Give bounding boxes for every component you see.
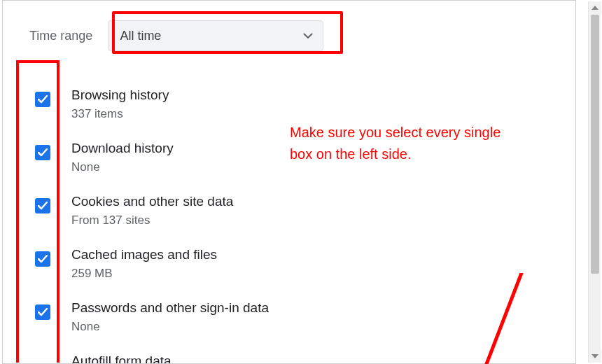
time-range-select[interactable]: All time [108, 20, 323, 51]
list-item: Download history None [29, 131, 554, 184]
item-title: Cached images and files [71, 247, 217, 262]
item-subtitle: None [71, 320, 269, 334]
list-item: Cookies and other site data From 137 sit… [29, 184, 554, 237]
item-title: Autofill form data [71, 354, 172, 363]
checkbox-download-history[interactable] [35, 145, 50, 160]
list-item: Cached images and files 259 MB [29, 237, 554, 290]
time-range-label: Time range [29, 29, 92, 43]
item-title: Browsing history [71, 88, 169, 103]
scroll-down-arrow-icon[interactable] [589, 350, 601, 363]
checkbox-cookies[interactable] [35, 198, 50, 214]
scroll-up-arrow-icon[interactable] [589, 1, 601, 14]
time-range-value: All time [120, 29, 161, 43]
scrollbar-thumb[interactable] [591, 15, 599, 274]
list-item: Browsing history 337 items [29, 78, 554, 131]
list-item: Passwords and other sign-in data None [29, 290, 554, 344]
caret-down-icon [303, 33, 313, 38]
list-item: Autofill form data [29, 344, 554, 364]
item-subtitle: From 137 sites [71, 214, 233, 227]
item-subtitle: None [71, 160, 174, 174]
item-subtitle: 259 MB [71, 267, 217, 281]
item-title: Cookies and other site data [71, 194, 233, 209]
item-title: Passwords and other sign-in data [71, 300, 269, 316]
time-range-row: Time range All time [29, 20, 554, 51]
vertical-scrollbar[interactable] [588, 1, 601, 363]
item-title: Download history [71, 141, 174, 156]
checkbox-passwords[interactable] [35, 304, 50, 320]
checkbox-browsing-history[interactable] [35, 92, 50, 107]
clear-browsing-data-dialog: Time range All time Browsing history 337… [2, 0, 576, 364]
checkbox-cached-images[interactable] [35, 251, 50, 267]
item-subtitle: 337 items [71, 107, 169, 121]
clear-data-options-list: Browsing history 337 items Download hist… [29, 78, 554, 364]
